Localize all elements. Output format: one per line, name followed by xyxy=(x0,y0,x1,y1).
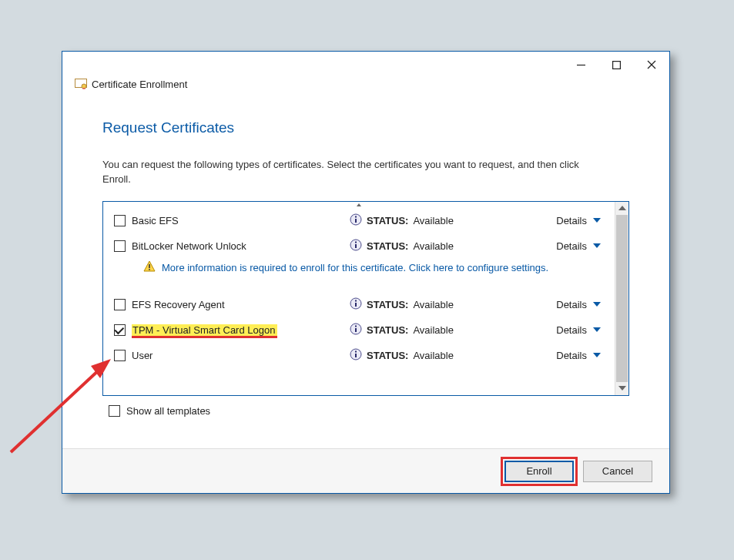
window-title: Certificate Enrollment xyxy=(92,79,187,90)
certificate-name: TPM - Virtual Smart Card Logon xyxy=(132,324,350,336)
chevron-down-icon xyxy=(593,327,601,332)
info-icon xyxy=(350,213,362,228)
svg-rect-22 xyxy=(355,350,357,352)
show-all-checkbox[interactable] xyxy=(109,405,120,417)
svg-rect-16 xyxy=(355,300,357,301)
status-cell: STATUS:Available xyxy=(350,239,477,253)
svg-rect-21 xyxy=(355,354,357,357)
scroll-down-button[interactable] xyxy=(615,382,628,395)
svg-rect-10 xyxy=(355,244,357,248)
details-toggle[interactable]: Details xyxy=(477,215,601,226)
details-toggle[interactable]: Details xyxy=(477,240,601,252)
details-label: Details xyxy=(556,324,587,336)
certificate-row: BitLocker Network UnlockSTATUS:Available… xyxy=(103,233,615,259)
certificate-row: EFS Recovery AgentSTATUS:AvailableDetail… xyxy=(103,292,615,317)
status-value: Available xyxy=(413,299,454,310)
page-heading: Request Certificates xyxy=(102,119,629,136)
certificate-row: Basic EFSSTATUS:AvailableDetails xyxy=(103,208,615,233)
status-cell: STATUS:Available xyxy=(350,213,477,228)
status-value: Available xyxy=(413,350,454,361)
certificate-row: UserSTATUS:AvailableDetails xyxy=(103,343,615,368)
status-label: STATUS: xyxy=(367,350,408,361)
certificate-name: BitLocker Network Unlock xyxy=(132,240,350,252)
status-cell: STATUS:Available xyxy=(350,297,477,312)
titlebar xyxy=(62,52,669,78)
page-instructions: You can request the following types of c… xyxy=(102,158,595,187)
dialog-footer: Enroll Cancel xyxy=(62,448,669,493)
certificate-row: TPM - Virtual Smart Card LogonSTATUS:Ava… xyxy=(103,317,615,343)
status-label: STATUS: xyxy=(367,240,408,252)
certificate-checkbox[interactable] xyxy=(114,324,126,336)
svg-rect-19 xyxy=(355,325,357,327)
cancel-button[interactable]: Cancel xyxy=(583,461,652,482)
certificate-name: User xyxy=(132,350,350,361)
details-toggle[interactable]: Details xyxy=(477,350,601,361)
details-label: Details xyxy=(556,215,587,226)
status-cell: STATUS:Available xyxy=(350,348,477,363)
warning-text: More information is required to enroll f… xyxy=(162,262,548,273)
svg-rect-1 xyxy=(612,61,620,69)
details-toggle[interactable]: Details xyxy=(477,299,601,310)
svg-rect-18 xyxy=(355,328,357,332)
svg-rect-7 xyxy=(355,219,357,223)
certificate-list: Basic EFSSTATUS:AvailableDetailsBitLocke… xyxy=(103,202,615,395)
status-label: STATUS: xyxy=(367,215,408,226)
status-label: STATUS: xyxy=(367,299,408,310)
minimize-button[interactable] xyxy=(563,53,598,76)
status-label: STATUS: xyxy=(367,324,408,336)
content-area: Request Certificates You can request the… xyxy=(62,96,669,417)
status-cell: STATUS:Available xyxy=(350,323,477,337)
window-header: Certificate Enrollment xyxy=(62,78,669,96)
details-toggle[interactable]: Details xyxy=(477,324,601,336)
status-value: Available xyxy=(413,324,454,336)
svg-rect-8 xyxy=(355,216,357,217)
show-all-label: Show all templates xyxy=(126,405,210,417)
info-icon xyxy=(350,297,362,312)
svg-rect-15 xyxy=(355,303,357,307)
details-label: Details xyxy=(556,299,587,310)
info-icon xyxy=(350,239,362,253)
status-value: Available xyxy=(413,240,454,252)
scroll-up-button[interactable] xyxy=(615,202,628,215)
details-label: Details xyxy=(556,350,587,361)
scrollbar-vertical[interactable] xyxy=(615,202,628,395)
certificate-checkbox[interactable] xyxy=(114,240,126,252)
annotation-enroll-highlight: Enroll xyxy=(503,459,575,484)
chevron-down-icon xyxy=(593,302,601,307)
details-label: Details xyxy=(556,240,587,252)
chevron-down-icon xyxy=(593,218,601,223)
info-icon xyxy=(350,348,362,363)
certificate-enrollment-window: Certificate Enrollment Request Certifica… xyxy=(62,51,670,494)
svg-rect-12 xyxy=(149,264,150,268)
status-value: Available xyxy=(413,215,454,226)
chevron-down-icon xyxy=(593,243,601,248)
svg-rect-13 xyxy=(149,269,150,270)
svg-rect-11 xyxy=(355,241,357,243)
certificate-name: Basic EFS xyxy=(132,215,350,226)
certificate-name: EFS Recovery Agent xyxy=(132,299,350,310)
warning-icon xyxy=(143,260,156,275)
chevron-down-icon xyxy=(593,353,601,357)
certificate-warning-link[interactable]: More information is required to enroll f… xyxy=(103,259,615,280)
certificate-checkbox[interactable] xyxy=(114,215,126,226)
certificate-checkbox[interactable] xyxy=(114,350,126,361)
close-button[interactable] xyxy=(634,53,669,76)
certificate-checkbox[interactable] xyxy=(114,299,126,310)
info-icon xyxy=(350,323,362,337)
certificate-list-panel: Basic EFSSTATUS:AvailableDetailsBitLocke… xyxy=(102,201,629,396)
show-all-templates-row: Show all templates xyxy=(102,396,629,417)
scroll-thumb[interactable] xyxy=(616,215,628,382)
certificate-icon xyxy=(75,78,87,90)
enroll-button[interactable]: Enroll xyxy=(504,461,574,482)
maximize-button[interactable] xyxy=(598,53,634,76)
